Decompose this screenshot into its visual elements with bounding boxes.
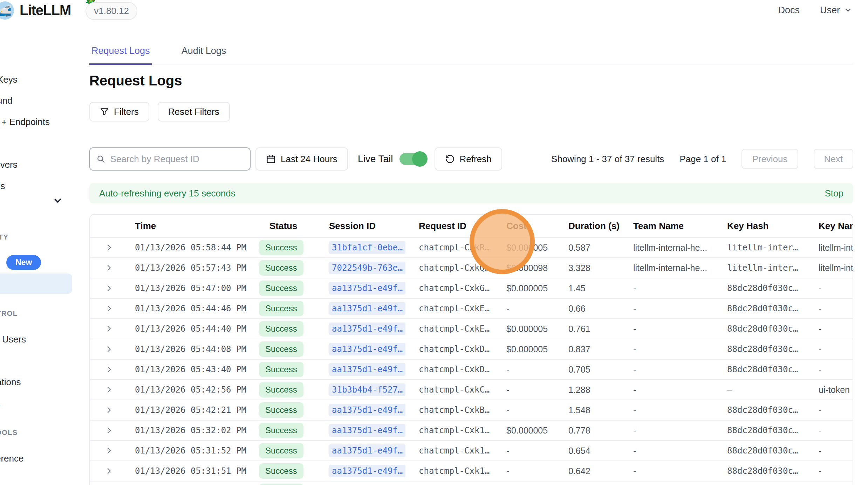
row-expander[interactable] [90,426,135,435]
column-header-key-hash: Key Hash [727,221,819,231]
tab-audit-logs[interactable]: Audit Logs [179,46,228,64]
column-header-cost: Cost [506,221,568,231]
sidebar-item-models-endpoints[interactable]: + Endpoints [1,117,50,127]
row-expander[interactable] [90,345,135,353]
sidebar-section-access-control: TROL [0,310,18,318]
column-header-session-id: Session ID [329,221,419,231]
sidebar-item-servers[interactable]: rvers [0,159,18,170]
chevron-right-icon[interactable] [105,467,113,475]
row-cost: - [506,446,568,456]
table-row[interactable]: 01/13/2026 05:44:08 PM Success aa1375d1-… [90,339,853,359]
litellm-admin-app: 🚅 LiteLLM 🎄 v1.80.12 Docs User Keys und … [0,0,868,485]
sidebar-item-logs-selected[interactable] [0,273,72,294]
row-expander[interactable] [90,467,135,475]
previous-page-button[interactable]: Previous [741,149,798,169]
chevron-right-icon[interactable] [105,284,113,292]
sidebar-item-users[interactable]: Users [2,334,26,345]
reset-filters-button[interactable]: Reset Filters [158,102,230,122]
chevron-right-icon[interactable] [105,264,113,272]
row-expander[interactable] [90,386,135,394]
row-key-name: - [819,344,853,354]
session-id-link[interactable]: aa1375d1-e49f… [329,302,405,315]
row-key-name: - [819,324,853,334]
status-badge: Success [259,423,303,438]
sidebar-item-guardrails[interactable]: ils [0,181,5,192]
sidebar-item-api-reference[interactable]: erence [0,453,24,464]
table-row[interactable]: 01/13/2026 05:44:46 PM Success aa1375d1-… [90,298,853,318]
table-row[interactable]: 01/13/2026 05:31:51 PM Success aa1375d1-… [90,460,853,481]
row-key-hash: 88dc28d0f030c… [727,425,819,435]
row-expander[interactable] [90,325,135,333]
table-row[interactable]: 01/13/2026 05:58:44 PM Success 31bfa1cf-… [90,237,853,257]
row-team-name: - [633,425,727,436]
table-row[interactable]: 01/13/2026 05:43:40 PM Success aa1375d1-… [90,359,853,379]
session-id-link[interactable]: 7022549b-763e… [329,262,405,274]
session-id-link[interactable]: aa1375d1-e49f… [329,404,405,416]
row-expander[interactable] [90,446,135,455]
table-row[interactable]: 01/13/2026 05:47:00 PM Success aa1375d1-… [90,278,853,298]
sidebar-item-playground[interactable]: und [0,95,12,106]
row-expander[interactable] [90,243,135,252]
filters-button[interactable]: Filters [89,102,149,122]
time-range-button[interactable]: Last 24 Hours [255,147,348,171]
chevron-right-icon[interactable] [105,386,113,394]
row-time: 01/13/2026 05:44:40 PM [135,324,259,334]
row-team-name: - [633,466,727,476]
chevron-right-icon[interactable] [105,345,113,353]
docs-link[interactable]: Docs [778,5,800,16]
sidebar-item-organizations[interactable]: ations [0,377,21,388]
chevron-right-icon[interactable] [105,243,113,252]
row-request-id: chatcmpl-CxkB… [419,405,506,415]
table-row[interactable]: 01/13/2026 05:42:56 PM Success 31b3b4b4-… [90,379,853,400]
session-id-link[interactable]: aa1375d1-e49f… [329,444,405,457]
table-row[interactable]: 01/13/2026 05:57:43 PM Success 7022549b-… [90,257,853,278]
next-page-button[interactable]: Next [814,149,853,169]
chevron-right-icon[interactable] [105,304,113,313]
sidebar-collapse-chevron-icon[interactable] [53,195,63,206]
live-tail-toggle[interactable] [399,153,425,165]
row-session-id: aa1375d1-e49f… [329,444,419,457]
chevron-right-icon[interactable] [105,426,113,435]
chevron-right-icon[interactable] [105,365,113,374]
row-status: Success [259,341,329,357]
row-cost: $0.000005 [506,425,568,436]
row-expander[interactable] [90,365,135,374]
session-id-link[interactable]: aa1375d1-e49f… [329,363,405,376]
stop-auto-refresh-link[interactable]: Stop [825,188,844,199]
session-id-link[interactable]: aa1375d1-e49f… [329,343,405,355]
row-expander[interactable] [90,304,135,313]
session-id-link[interactable]: aa1375d1-e49f… [329,424,405,437]
table-row[interactable]: 01/13/2026 05:44:40 PM Success aa1375d1-… [90,318,853,339]
sidebar-item-teams[interactable]: s [0,399,0,409]
table-row[interactable]: 01/13/2026 05:42:21 PM Success aa1375d1-… [90,400,853,420]
sidebar-item-virtual-keys[interactable]: Keys [0,74,18,85]
row-expander[interactable] [90,406,135,414]
chevron-right-icon[interactable] [105,406,113,414]
row-expander[interactable] [90,284,135,292]
session-id-link[interactable]: 31bfa1cf-0ebe… [329,241,405,254]
row-status: Success [259,240,329,255]
user-menu[interactable]: User [820,5,853,16]
session-id-link[interactable]: aa1375d1-e49f… [329,282,405,295]
session-id-link[interactable]: aa1375d1-e49f… [329,323,405,335]
row-team-name: - [633,385,727,395]
row-cost: - [506,385,568,395]
row-session-id: aa1375d1-e49f… [329,343,419,355]
table-row[interactable]: 01/13/2026 05:31:52 PM Success aa1375d1-… [90,440,853,460]
row-duration: 1.45 [568,283,633,293]
chevron-right-icon[interactable] [105,325,113,333]
session-id-link[interactable]: 31b3b4b4-f527… [329,383,405,396]
row-time: 01/13/2026 05:32:02 PM [135,425,259,435]
table-row[interactable]: 01/13/2026 05:31:38 PM Success aa1375d1-… [90,481,853,485]
status-badge: Success [259,240,303,255]
time-range-label: Last 24 Hours [281,154,337,165]
session-id-link[interactable]: aa1375d1-e49f… [329,465,405,477]
row-expander[interactable] [90,264,135,272]
calendar-icon [266,154,276,164]
tab-request-logs[interactable]: Request Logs [89,46,152,65]
table-row[interactable]: 01/13/2026 05:32:02 PM Success aa1375d1-… [90,420,853,440]
search-icon [96,154,105,164]
refresh-button[interactable]: Refresh [435,147,502,171]
search-input[interactable] [110,154,244,165]
chevron-right-icon[interactable] [105,446,113,455]
